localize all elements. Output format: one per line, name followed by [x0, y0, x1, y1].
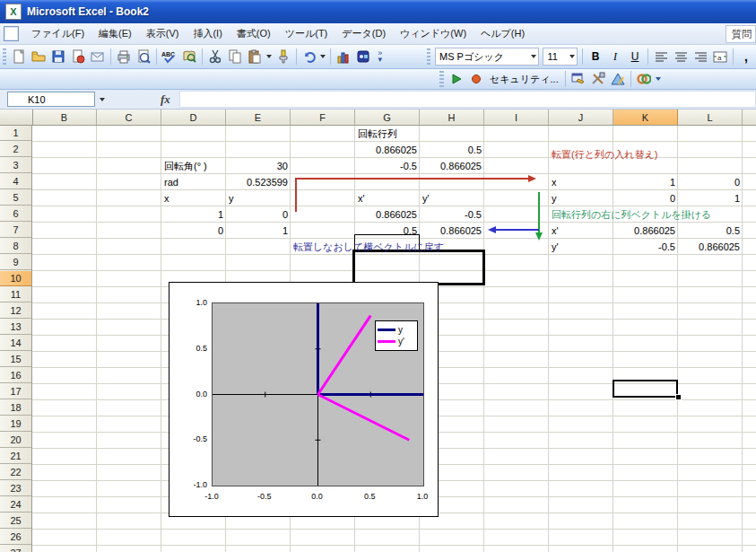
column-header-H[interactable]: H: [420, 110, 484, 125]
cell-L7[interactable]: 0.5: [678, 223, 743, 239]
script-editor-icon[interactable]: [634, 70, 654, 88]
format-painter-icon[interactable]: [274, 48, 293, 66]
row-header-14[interactable]: 14: [0, 336, 31, 351]
security-button[interactable]: セキュリティ...: [486, 70, 562, 88]
row-header-20[interactable]: 20: [0, 433, 31, 448]
drawing-icon[interactable]: [353, 48, 373, 66]
column-header-B[interactable]: B: [32, 110, 97, 125]
cell-G7[interactable]: 0.5: [355, 223, 420, 239]
cell-K8[interactable]: -0.5: [613, 239, 678, 255]
menu-item[interactable]: ファイル(F): [24, 24, 91, 43]
cell-F8[interactable]: 転置しなおして横ベクトルに戻す: [291, 239, 355, 255]
menu-item[interactable]: 編集(E): [91, 24, 139, 43]
row-header-26[interactable]: 26: [0, 530, 31, 545]
merge-center-icon[interactable]: a: [710, 48, 730, 66]
menu-item[interactable]: 表示(V): [139, 24, 187, 43]
menu-item[interactable]: 挿入(I): [186, 24, 229, 43]
cell-H7[interactable]: 0.866025: [420, 223, 484, 239]
selected-cell-K10[interactable]: [613, 380, 678, 398]
ask-question-box[interactable]: 質問: [726, 25, 756, 43]
print-preview-icon[interactable]: [134, 48, 153, 66]
cell-K5[interactable]: 0: [613, 190, 678, 206]
new-document-icon[interactable]: [9, 48, 29, 66]
cell-J7[interactable]: x': [549, 223, 613, 239]
email-icon[interactable]: [88, 48, 108, 66]
align-right-icon[interactable]: [691, 48, 710, 66]
toolbar-options-icon[interactable]: [654, 70, 664, 88]
run-macro-icon[interactable]: [447, 70, 466, 88]
cell-E3[interactable]: 30: [226, 158, 291, 174]
row-header-6[interactable]: 6: [0, 206, 31, 222]
open-folder-icon[interactable]: [29, 48, 48, 66]
permission-icon[interactable]: [68, 48, 88, 66]
cell-D3[interactable]: 回転角(° ): [161, 158, 226, 174]
row-header-25[interactable]: 25: [0, 513, 31, 529]
row-header-13[interactable]: 13: [0, 320, 31, 335]
menu-item[interactable]: 書式(O): [230, 24, 278, 43]
row-header-22[interactable]: 22: [0, 465, 31, 480]
cell-G2[interactable]: 0.866025: [355, 142, 420, 158]
row-header-21[interactable]: 21: [0, 449, 31, 464]
cell-G3[interactable]: -0.5: [355, 158, 420, 174]
cell-H6[interactable]: -0.5: [420, 206, 484, 223]
row-header-17[interactable]: 17: [0, 384, 31, 399]
cell-E6[interactable]: 0: [226, 206, 291, 223]
cell-E5[interactable]: y: [226, 190, 291, 206]
column-header-C[interactable]: C: [97, 110, 161, 125]
column-header-L[interactable]: L: [678, 110, 743, 125]
row-header-3[interactable]: 3: [0, 158, 31, 173]
name-box-dropdown-icon[interactable]: [95, 92, 109, 107]
row-header-27[interactable]: 27: [0, 546, 31, 552]
align-center-icon[interactable]: [671, 48, 691, 66]
cell-K7[interactable]: 0.866025: [613, 223, 678, 239]
bold-button[interactable]: B: [586, 48, 605, 66]
paste-icon[interactable]: [245, 48, 265, 66]
cell-J4[interactable]: x: [549, 174, 613, 190]
cut-icon[interactable]: [205, 48, 225, 66]
column-header-J[interactable]: J: [549, 110, 613, 125]
row-header-8[interactable]: 8: [0, 239, 31, 254]
cell-J6[interactable]: 回転行列の右に列ベクトルを掛ける: [549, 206, 613, 223]
research-icon[interactable]: [179, 48, 199, 66]
chart-wizard-icon[interactable]: [334, 48, 353, 66]
print-icon[interactable]: [114, 48, 134, 66]
column-header-F[interactable]: F: [291, 110, 355, 125]
insert-function-icon[interactable]: fx: [161, 92, 170, 107]
cell-H5[interactable]: y': [420, 190, 484, 206]
vb-editor-icon[interactable]: [569, 70, 588, 88]
font-size-select[interactable]: 11: [543, 48, 578, 66]
undo-dropdown-icon[interactable]: [319, 48, 327, 66]
cell-D4[interactable]: rad: [161, 174, 226, 190]
row-header-16[interactable]: 16: [0, 368, 31, 383]
row-header-18[interactable]: 18: [0, 400, 31, 416]
menu-item[interactable]: データ(D): [335, 24, 393, 43]
cell-J8[interactable]: y': [549, 239, 613, 255]
menu-item[interactable]: ツール(T): [278, 24, 335, 43]
cell-D6[interactable]: 1: [161, 206, 226, 223]
row-header-15[interactable]: 15: [0, 352, 31, 367]
row-header-5[interactable]: 5: [0, 190, 31, 206]
design-mode-icon[interactable]: [608, 70, 628, 88]
cell-H3[interactable]: 0.866025: [420, 158, 484, 174]
row-header-23[interactable]: 23: [0, 481, 31, 496]
cell-J5[interactable]: y: [549, 190, 613, 206]
underline-button[interactable]: U: [625, 48, 645, 66]
record-macro-icon[interactable]: [466, 70, 486, 88]
row-header-12[interactable]: 12: [0, 303, 31, 319]
formula-input[interactable]: [179, 91, 756, 108]
vector-chart[interactable]: 1.00.50.0-0.5-1.0-1.0-0.50.00.51.0 yy': [169, 282, 439, 517]
cell-G5[interactable]: x': [355, 190, 420, 206]
row-header-2[interactable]: 2: [0, 142, 31, 157]
row-header-10[interactable]: 10: [0, 271, 31, 286]
column-header-G[interactable]: G: [355, 110, 420, 125]
copy-icon[interactable]: [225, 48, 245, 66]
save-icon[interactable]: [48, 48, 68, 66]
row-header-4[interactable]: 4: [0, 174, 31, 189]
spelling-check-icon[interactable]: ABC: [160, 48, 179, 66]
cell-D5[interactable]: x: [161, 190, 226, 206]
row-header-11[interactable]: 11: [0, 287, 31, 302]
paste-dropdown-icon[interactable]: [265, 48, 273, 66]
name-box[interactable]: K10: [7, 92, 95, 107]
toolbar-grip[interactable]: [427, 48, 430, 65]
cell-E4[interactable]: 0.523599: [226, 174, 291, 190]
